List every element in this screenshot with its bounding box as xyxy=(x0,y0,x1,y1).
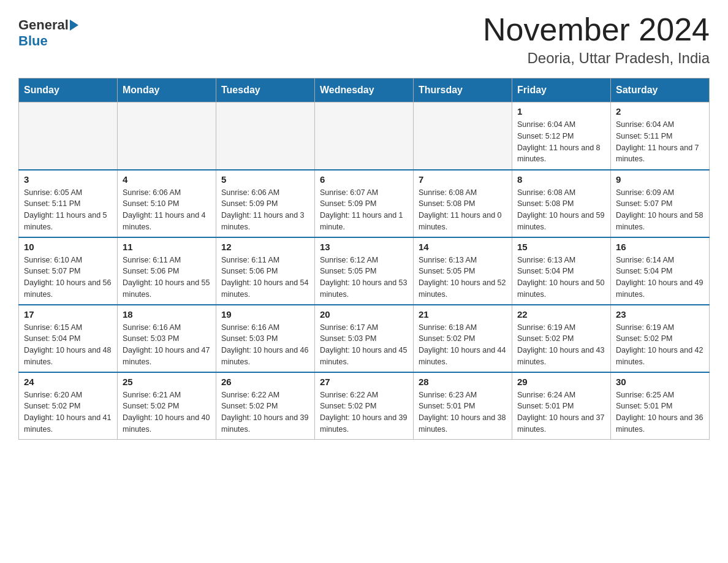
day-info: Sunrise: 6:18 AMSunset: 5:02 PMDaylight:… xyxy=(419,322,507,368)
table-row: 11Sunrise: 6:11 AMSunset: 5:06 PMDayligh… xyxy=(118,237,216,305)
day-number: 10 xyxy=(24,242,112,252)
day-number: 11 xyxy=(123,242,211,252)
calendar-week-row: 3Sunrise: 6:05 AMSunset: 5:11 PMDaylight… xyxy=(19,170,710,237)
day-info: Sunrise: 6:08 AMSunset: 5:08 PMDaylight:… xyxy=(419,187,507,233)
day-info: Sunrise: 6:13 AMSunset: 5:05 PMDaylight:… xyxy=(419,255,507,301)
col-friday: Friday xyxy=(512,79,611,102)
day-info: Sunrise: 6:12 AMSunset: 5:05 PMDaylight:… xyxy=(320,255,408,301)
logo-triangle-icon xyxy=(70,20,78,31)
table-row: 15Sunrise: 6:13 AMSunset: 5:04 PMDayligh… xyxy=(512,237,611,305)
table-row: 7Sunrise: 6:08 AMSunset: 5:08 PMDaylight… xyxy=(414,170,512,237)
table-row: 14Sunrise: 6:13 AMSunset: 5:05 PMDayligh… xyxy=(414,237,512,305)
title-area: November 2024 Deoria, Uttar Pradesh, Ind… xyxy=(483,12,710,67)
table-row xyxy=(315,102,414,170)
table-row: 1Sunrise: 6:04 AMSunset: 5:12 PMDaylight… xyxy=(512,102,611,170)
day-number: 2 xyxy=(616,106,704,117)
table-row xyxy=(414,102,512,170)
table-row: 20Sunrise: 6:17 AMSunset: 5:03 PMDayligh… xyxy=(315,305,414,372)
table-row: 25Sunrise: 6:21 AMSunset: 5:02 PMDayligh… xyxy=(118,372,216,440)
header: General Blue November 2024 Deoria, Uttar… xyxy=(18,12,710,67)
day-number: 4 xyxy=(123,174,211,185)
logo: General Blue xyxy=(18,12,80,49)
day-info: Sunrise: 6:09 AMSunset: 5:07 PMDaylight:… xyxy=(616,187,704,233)
col-tuesday: Tuesday xyxy=(216,79,315,102)
table-row: 16Sunrise: 6:14 AMSunset: 5:04 PMDayligh… xyxy=(611,237,710,305)
day-number: 17 xyxy=(24,309,112,320)
day-number: 18 xyxy=(123,309,211,320)
table-row: 23Sunrise: 6:19 AMSunset: 5:02 PMDayligh… xyxy=(611,305,710,372)
table-row: 12Sunrise: 6:11 AMSunset: 5:06 PMDayligh… xyxy=(216,237,315,305)
table-row: 4Sunrise: 6:06 AMSunset: 5:10 PMDaylight… xyxy=(118,170,216,237)
day-number: 25 xyxy=(123,377,211,387)
table-row: 28Sunrise: 6:23 AMSunset: 5:01 PMDayligh… xyxy=(414,372,512,440)
day-info: Sunrise: 6:16 AMSunset: 5:03 PMDaylight:… xyxy=(123,322,211,368)
table-row: 2Sunrise: 6:04 AMSunset: 5:11 PMDaylight… xyxy=(611,102,710,170)
day-number: 8 xyxy=(517,174,605,185)
day-number: 14 xyxy=(419,242,507,252)
day-number: 21 xyxy=(419,309,507,320)
calendar-table: Sunday Monday Tuesday Wednesday Thursday… xyxy=(18,78,710,440)
day-info: Sunrise: 6:14 AMSunset: 5:04 PMDaylight:… xyxy=(616,255,704,301)
calendar-week-row: 17Sunrise: 6:15 AMSunset: 5:04 PMDayligh… xyxy=(19,305,710,372)
day-info: Sunrise: 6:15 AMSunset: 5:04 PMDaylight:… xyxy=(24,322,112,368)
logo-general-text: General xyxy=(18,17,69,33)
calendar-week-row: 10Sunrise: 6:10 AMSunset: 5:07 PMDayligh… xyxy=(19,237,710,305)
day-number: 1 xyxy=(517,106,605,117)
col-wednesday: Wednesday xyxy=(315,79,414,102)
day-info: Sunrise: 6:21 AMSunset: 5:02 PMDaylight:… xyxy=(123,389,211,435)
day-number: 24 xyxy=(24,377,112,387)
calendar-week-row: 24Sunrise: 6:20 AMSunset: 5:02 PMDayligh… xyxy=(19,372,710,440)
day-info: Sunrise: 6:07 AMSunset: 5:09 PMDaylight:… xyxy=(320,187,408,233)
table-row: 21Sunrise: 6:18 AMSunset: 5:02 PMDayligh… xyxy=(414,305,512,372)
day-info: Sunrise: 6:25 AMSunset: 5:01 PMDaylight:… xyxy=(616,389,704,435)
day-number: 3 xyxy=(24,174,112,185)
day-info: Sunrise: 6:23 AMSunset: 5:01 PMDaylight:… xyxy=(419,389,507,435)
day-number: 30 xyxy=(616,377,704,387)
day-number: 22 xyxy=(517,309,605,320)
table-row: 30Sunrise: 6:25 AMSunset: 5:01 PMDayligh… xyxy=(611,372,710,440)
table-row xyxy=(118,102,216,170)
table-row: 27Sunrise: 6:22 AMSunset: 5:02 PMDayligh… xyxy=(315,372,414,440)
col-monday: Monday xyxy=(118,79,216,102)
day-number: 23 xyxy=(616,309,704,320)
day-info: Sunrise: 6:04 AMSunset: 5:12 PMDaylight:… xyxy=(517,119,605,165)
page-subtitle: Deoria, Uttar Pradesh, India xyxy=(483,50,710,67)
table-row xyxy=(19,102,118,170)
day-number: 29 xyxy=(517,377,605,387)
day-info: Sunrise: 6:13 AMSunset: 5:04 PMDaylight:… xyxy=(517,255,605,301)
day-info: Sunrise: 6:10 AMSunset: 5:07 PMDaylight:… xyxy=(24,255,112,301)
table-row: 9Sunrise: 6:09 AMSunset: 5:07 PMDaylight… xyxy=(611,170,710,237)
day-info: Sunrise: 6:22 AMSunset: 5:02 PMDaylight:… xyxy=(320,389,408,435)
table-row: 3Sunrise: 6:05 AMSunset: 5:11 PMDaylight… xyxy=(19,170,118,237)
day-number: 20 xyxy=(320,309,408,320)
day-number: 6 xyxy=(320,174,408,185)
table-row: 17Sunrise: 6:15 AMSunset: 5:04 PMDayligh… xyxy=(19,305,118,372)
day-info: Sunrise: 6:11 AMSunset: 5:06 PMDaylight:… xyxy=(123,255,211,301)
col-thursday: Thursday xyxy=(414,79,512,102)
day-number: 13 xyxy=(320,242,408,252)
day-info: Sunrise: 6:22 AMSunset: 5:02 PMDaylight:… xyxy=(221,389,309,435)
page-title: November 2024 xyxy=(483,12,710,47)
day-number: 5 xyxy=(221,174,309,185)
calendar-week-row: 1Sunrise: 6:04 AMSunset: 5:12 PMDaylight… xyxy=(19,102,710,170)
calendar-header-row: Sunday Monday Tuesday Wednesday Thursday… xyxy=(19,79,710,102)
day-number: 15 xyxy=(517,242,605,252)
day-number: 26 xyxy=(221,377,309,387)
day-info: Sunrise: 6:16 AMSunset: 5:03 PMDaylight:… xyxy=(221,322,309,368)
day-info: Sunrise: 6:19 AMSunset: 5:02 PMDaylight:… xyxy=(517,322,605,368)
col-saturday: Saturday xyxy=(611,79,710,102)
table-row: 8Sunrise: 6:08 AMSunset: 5:08 PMDaylight… xyxy=(512,170,611,237)
table-row: 19Sunrise: 6:16 AMSunset: 5:03 PMDayligh… xyxy=(216,305,315,372)
day-info: Sunrise: 6:17 AMSunset: 5:03 PMDaylight:… xyxy=(320,322,408,368)
table-row: 22Sunrise: 6:19 AMSunset: 5:02 PMDayligh… xyxy=(512,305,611,372)
day-info: Sunrise: 6:04 AMSunset: 5:11 PMDaylight:… xyxy=(616,119,704,165)
day-number: 28 xyxy=(419,377,507,387)
day-number: 7 xyxy=(419,174,507,185)
table-row xyxy=(216,102,315,170)
day-number: 9 xyxy=(616,174,704,185)
day-number: 16 xyxy=(616,242,704,252)
day-info: Sunrise: 6:11 AMSunset: 5:06 PMDaylight:… xyxy=(221,255,309,301)
day-info: Sunrise: 6:19 AMSunset: 5:02 PMDaylight:… xyxy=(616,322,704,368)
table-row: 24Sunrise: 6:20 AMSunset: 5:02 PMDayligh… xyxy=(19,372,118,440)
table-row: 13Sunrise: 6:12 AMSunset: 5:05 PMDayligh… xyxy=(315,237,414,305)
